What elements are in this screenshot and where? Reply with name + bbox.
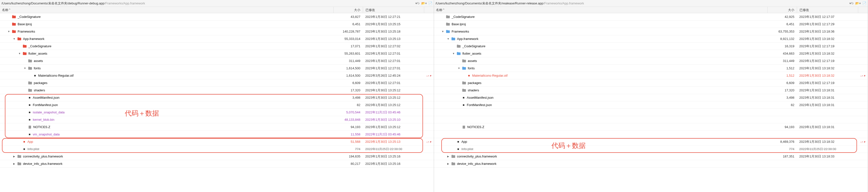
folder-icon (462, 81, 466, 85)
folder-open-icon[interactable]: 📂▾ (421, 1, 427, 5)
file-row[interactable]: ▶connectivity_plus.framework187,3512023年… (434, 153, 868, 160)
file-row[interactable]: ▼App.framework55,333,0142023年1月30日 13:25… (0, 35, 434, 43)
file-size: 6,609 (334, 81, 363, 85)
file-name: shaders (34, 88, 45, 92)
disclosure-icon[interactable]: ▶ (447, 162, 450, 165)
file-row[interactable]: _CodeSignature16,3192023年1月30日 12:17:19 (434, 43, 868, 50)
file-row[interactable]: App8,469,3762023年1月30日 13:18:32↓↑ ≠ (434, 138, 868, 145)
file-name: shaders (468, 88, 479, 92)
file-row[interactable]: Base.lproj6,4512023年1月30日 12:17:29 (434, 21, 868, 28)
file-row[interactable]: _CodeSignature17,0712023年1月30日 12:27:02 (0, 43, 434, 50)
path-bar[interactable]: /Users/liuzhenzhong/Documents/未命名文件夹/deb… (0, 0, 434, 7)
file-row[interactable]: packages6,6092023年1月30日 12:17:19 (434, 79, 868, 87)
refresh-icon[interactable]: ↻ (851, 1, 854, 5)
file-name: fonts (34, 66, 41, 70)
file-date: 2023年1月30日 13:25:15 (363, 22, 424, 26)
file-size: 55,263,601 (334, 52, 363, 55)
disclosure-icon[interactable]: ▼ (458, 67, 460, 70)
disclosure-icon[interactable]: ▼ (447, 37, 450, 40)
file-row[interactable]: FontManifest.json822023年1月30日 13:18:31 (434, 101, 868, 109)
file-row[interactable]: AssetManifest.json3,4982023年1月30日 13:18:… (434, 94, 868, 101)
col-modified[interactable]: 已修改 (797, 7, 858, 13)
column-header: 名称⌃ 大小 已修改 (434, 7, 868, 13)
file-date: 2023年1月30日 12:17:29 (797, 22, 858, 26)
file-row[interactable]: MaterialIcons-Regular.otf1,5122023年1月30日… (434, 72, 868, 79)
file-row[interactable]: ▶connectivity_plus.framework194,6352023年… (0, 153, 434, 160)
path-bar[interactable]: /Users/liuzhenzhong/Documents/未命名文件夹/rea… (434, 0, 868, 7)
file-row[interactable]: ▼App.framework8,921,1322023年1月30日 13:18:… (434, 35, 868, 43)
file-row[interactable]: Info.plist7742022年11月25日 22:38:30 (434, 145, 868, 153)
action-icon[interactable]: 📄 (428, 1, 432, 5)
file-row[interactable]: NOTICES.Z94,1932023年1月30日 13:18:31 (434, 124, 868, 131)
disclosure-icon[interactable]: ▶ (13, 155, 16, 158)
file-size: 6,451 (768, 22, 797, 26)
file-date: 2023年1月30日 13:18:32 (797, 37, 858, 41)
folder-icon (462, 88, 466, 92)
file-row[interactable]: MaterialIcons-Regular.otf1,614,5002022年3… (0, 72, 434, 79)
disclosure-icon[interactable]: ▶ (13, 162, 16, 165)
file-size: 5,070,544 (334, 110, 363, 114)
file-row[interactable]: ▼flutter_assets434,6632023年1月30日 13:18:3… (434, 50, 868, 57)
file-size: 43,827 (334, 15, 363, 19)
file-row[interactable]: packages6,6092023年1月30日 12:27:01 (0, 79, 434, 87)
svg-rect-1 (463, 126, 465, 129)
col-size[interactable]: 大小 (334, 7, 363, 13)
right-panel: /Users/liuzhenzhong/Documents/未命名文件夹/rea… (434, 0, 868, 192)
file-size: 8,469,376 (768, 140, 797, 143)
col-modified[interactable]: 已修改 (363, 7, 424, 13)
disclosure-icon[interactable]: ▶ (447, 155, 450, 158)
disclosure-icon[interactable]: ▼ (24, 67, 26, 70)
file-row[interactable]: _CodeSignature43,8272023年1月30日 12:27:21 (0, 13, 434, 21)
col-name[interactable]: 名称⌃ (0, 8, 334, 12)
disclosure-icon[interactable]: ▼ (7, 30, 10, 33)
file-date: 2023年1月30日 13:18:36 (797, 29, 858, 34)
file-name: device_info_plus.framework (23, 162, 62, 166)
file-size: 1,614,500 (334, 74, 363, 77)
file-icon (462, 125, 466, 129)
file-row[interactable]: ▶device_info_plus.framework80,2172023年1月… (0, 160, 434, 167)
col-size[interactable]: 大小 (768, 7, 797, 13)
file-row[interactable]: assets311,4492023年1月30日 12:17:19 (434, 57, 868, 65)
col-name[interactable]: 名称⌃ (434, 8, 768, 12)
file-tree[interactable]: _CodeSignature43,8272023年1月30日 12:27:21B… (0, 13, 434, 192)
file-row[interactable]: App51,5682023年1月30日 13:25:13↓↑ ≠ (0, 138, 434, 145)
diff-indicator: ↓↑ ≠ (858, 74, 868, 77)
folder-open-icon[interactable]: 📂▾ (855, 1, 861, 5)
file-tree[interactable]: _CodeSignature42,9252023年1月30日 12:17:37B… (434, 13, 868, 192)
file-row[interactable]: shaders17,3202023年1月30日 13:25:12 (0, 87, 434, 94)
file-row[interactable]: FontManifest.json822023年1月30日 13:25:12 (0, 101, 434, 109)
file-date: 2023年1月30日 13:18:31 (797, 88, 858, 92)
spacer-row (434, 116, 868, 124)
file-row[interactable]: ▼fonts1,614,5002023年1月30日 12:27:01 (0, 65, 434, 72)
file-row[interactable]: vm_snapshot_data11,5582022年11月2日 03:45:4… (0, 131, 434, 138)
file-row[interactable]: NOTICES.Z94,1932023年1月30日 13:25:12 (0, 124, 434, 131)
file-row[interactable]: ▼fonts1,5122023年1月30日 13:18:32 (434, 65, 868, 72)
file-row[interactable]: AssetManifest.json3,4982023年1月30日 13:25:… (0, 94, 434, 101)
action-icon[interactable]: 📄 (862, 1, 866, 5)
disclosure-icon[interactable]: ▼ (13, 37, 16, 40)
file-row[interactable]: assets311,4492023年1月30日 12:27:01 (0, 57, 434, 65)
file-row[interactable]: ▼flutter_assets55,263,6012023年1月30日 12:2… (0, 50, 434, 57)
dropdown-icon[interactable]: ▾ (849, 1, 851, 5)
disclosure-icon[interactable]: ▼ (18, 52, 21, 55)
disclosure-icon[interactable]: ▼ (441, 30, 444, 33)
refresh-icon[interactable]: ↻ (417, 1, 420, 5)
disclosure-icon[interactable]: ▼ (452, 52, 455, 55)
file-row[interactable]: _CodeSignature42,9252023年1月30日 12:17:37 (434, 13, 868, 21)
file-row[interactable]: kernel_blob.bin48,133,8482023年1月30日 13:2… (0, 116, 434, 124)
file-row[interactable]: Info.plist7742022年11月25日 22:38:30 (0, 145, 434, 153)
dropdown-icon[interactable]: ▾ (415, 1, 417, 5)
file-row[interactable]: ▼Frameworks140,228,7872023年1月30日 13:25:1… (0, 28, 434, 35)
file-size: 140,228,787 (334, 30, 363, 33)
folder-icon (451, 37, 456, 40)
file-size: 1,614,500 (334, 66, 363, 70)
file-row[interactable]: Base.lproj6,4512023年1月30日 13:25:15 (0, 21, 434, 28)
file-row[interactable]: shaders17,3202023年1月30日 13:18:31 (434, 87, 868, 94)
folder-icon (451, 155, 456, 158)
file-name: packages (468, 81, 482, 85)
file-row[interactable]: ▼Frameworks63,755,3532023年1月30日 13:18:36 (434, 28, 868, 35)
folder-icon (28, 88, 32, 92)
file-row[interactable]: isolate_snapshot_data5,070,5442022年11月2日… (0, 109, 434, 116)
file-row[interactable]: ▶device_info_plus.framework (434, 160, 868, 167)
file-name: AssetManifest.json (33, 96, 59, 100)
